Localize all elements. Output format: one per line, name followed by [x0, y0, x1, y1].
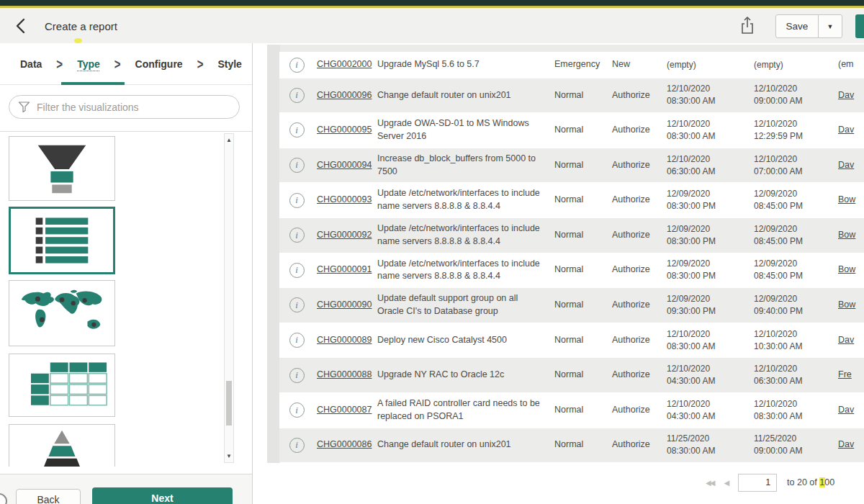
back-chevron-icon[interactable] — [13, 17, 32, 35]
priority-cell: Normal — [552, 159, 609, 172]
save-button[interactable]: Save — [775, 14, 819, 38]
end-date-cell: 12/09/2020 08:45:00 PM — [751, 258, 835, 282]
assigned-to-link[interactable]: Bow — [835, 299, 864, 312]
visualization-filter[interactable] — [9, 95, 240, 119]
table-row[interactable]: i CHG0000092 Update /etc/network/interfa… — [279, 217, 864, 253]
previous-page-icon[interactable]: ◀ — [724, 479, 728, 487]
info-icon[interactable]: i — [289, 333, 305, 348]
assigned-to-link[interactable]: (em — [835, 58, 864, 71]
wizard-steps: Data > Type > Configure > Style — [0, 43, 252, 85]
assigned-to-link[interactable]: Bow — [835, 264, 864, 276]
wizard-step[interactable]: Type > — [77, 58, 135, 70]
change-number-link[interactable]: CHG0000088 — [314, 369, 374, 382]
first-page-icon[interactable]: ◀◀ — [706, 479, 714, 487]
table-row[interactable]: i CHG0002000 Upgrade MySql 5.6 to 5.7 Em… — [279, 52, 864, 78]
filter-input[interactable] — [37, 102, 230, 113]
viz-scrollbar[interactable]: ▲ ▼ — [224, 133, 234, 463]
change-number-link[interactable]: CHG0000096 — [314, 89, 374, 102]
caret-down-icon: ▼ — [827, 23, 834, 30]
wizard-step-label[interactable]: Type — [77, 58, 100, 70]
change-number-link[interactable]: CHG0000089 — [314, 334, 374, 347]
change-number-link[interactable]: CHG0000092 — [314, 229, 374, 242]
report-header-bar: Create a report Save ▼ — [0, 8, 864, 43]
assigned-to-link[interactable]: Fre — [835, 369, 864, 382]
start-date-cell: 12/10/2020 06:30:00 AM — [664, 153, 751, 178]
end-date-cell: 12/09/2020 08:45:00 PM — [751, 223, 835, 248]
info-icon[interactable]: i — [289, 88, 305, 103]
assigned-to-link[interactable]: Dav — [835, 159, 864, 172]
table-partial-row — [280, 45, 864, 52]
viz-world-map[interactable] — [9, 280, 115, 346]
assigned-to-link[interactable]: Dav — [835, 334, 864, 347]
assigned-to-link[interactable]: Bow — [835, 194, 864, 207]
info-icon[interactable]: i — [289, 228, 305, 243]
state-cell: Authorize — [609, 334, 664, 347]
state-cell: Authorize — [609, 194, 664, 207]
change-number-link[interactable]: CHG0000090 — [314, 299, 374, 312]
change-number-link[interactable]: CHG0000087 — [314, 404, 374, 417]
table-row[interactable]: i CHG0000096 Change default router on un… — [279, 78, 864, 113]
table-row[interactable]: i CHG0000087 A failed RAID controller ca… — [279, 392, 864, 428]
table-row[interactable]: i CHG0000091 Update /etc/network/interfa… — [279, 253, 864, 288]
change-number-link[interactable]: CHG0000095 — [314, 124, 374, 137]
change-number-link[interactable]: CHG0000091 — [314, 264, 374, 276]
change-number-link[interactable]: CHG0000094 — [314, 159, 374, 172]
assigned-to-link[interactable]: Dav — [835, 89, 864, 102]
change-number-link[interactable]: CHG0000093 — [314, 194, 374, 207]
end-date-cell: 12/10/2020 06:30:00 AM — [751, 363, 835, 387]
wizard-step-label[interactable]: Data — [20, 58, 42, 70]
next-button[interactable]: Next — [92, 487, 233, 504]
table-row[interactable]: i CHG0000095 Upgrade OWA-SD-01 to MS Win… — [279, 112, 864, 148]
table-row[interactable]: i CHG0000089 Deploy new Cisco Catalyst 4… — [279, 323, 864, 358]
page-number-input[interactable] — [738, 474, 777, 492]
table-row[interactable]: i CHG0000094 Increase db_block_buffers f… — [279, 148, 864, 183]
table-row[interactable]: i CHG0000090 Update default support grou… — [279, 287, 864, 323]
assigned-to-link[interactable]: Dav — [835, 124, 864, 137]
save-dropdown-button[interactable]: ▼ — [818, 14, 842, 38]
end-date-cell: 12/10/2020 09:00:00 AM — [751, 83, 835, 107]
info-icon[interactable]: i — [289, 122, 305, 138]
info-icon[interactable]: i — [289, 402, 305, 418]
share-icon[interactable] — [739, 15, 757, 37]
viz-pyramid-chart[interactable] — [9, 424, 115, 467]
end-date-cell: 12/10/2020 07:00:00 AM — [751, 153, 835, 178]
app-window: Create a report Save ▼ Data > Type > Con… — [0, 0, 864, 504]
scroll-down-icon[interactable]: ▼ — [225, 453, 233, 459]
scrollbar-thumb[interactable] — [226, 381, 232, 426]
end-date-cell: 12/09/2020 08:45:00 PM — [751, 188, 835, 212]
wizard-step[interactable]: Data > — [20, 58, 77, 70]
visualization-list: ▲ ▼ — [0, 131, 252, 467]
assigned-to-link[interactable]: Dav — [835, 438, 864, 451]
priority-cell: Normal — [552, 404, 609, 417]
wizard-step[interactable]: Configure > — [135, 58, 218, 70]
help-icon[interactable] — [0, 493, 7, 504]
viz-list-selected[interactable] — [9, 207, 115, 274]
info-icon[interactable]: i — [289, 263, 305, 278]
chevron-right-icon: > — [114, 55, 121, 72]
back-button[interactable]: Back — [16, 489, 81, 504]
wizard-step-label[interactable]: Style — [217, 58, 241, 70]
end-date-cell: 12/09/2020 09:40:00 PM — [751, 293, 835, 318]
table-row[interactable]: i CHG0000086 Change default router on un… — [279, 428, 864, 463]
priority-cell: Normal — [552, 438, 609, 451]
info-icon[interactable]: i — [289, 368, 305, 383]
info-icon[interactable]: i — [289, 58, 305, 73]
change-number-link[interactable]: CHG0000086 — [314, 438, 374, 451]
info-icon[interactable]: i — [289, 438, 305, 453]
scroll-up-icon[interactable]: ▲ — [225, 137, 233, 143]
table-row[interactable]: i CHG0000088 Upgrade NY RAC to Oracle 12… — [279, 357, 864, 392]
wizard-step-label[interactable]: Configure — [135, 58, 183, 70]
viz-funnel-chart[interactable] — [9, 136, 115, 201]
chevron-right-icon: > — [197, 55, 204, 72]
wizard-step[interactable]: Style — [217, 58, 241, 70]
short-description-cell: A failed RAID controller card needs to b… — [374, 397, 552, 423]
assigned-to-link[interactable]: Dav — [835, 404, 864, 417]
info-icon[interactable]: i — [289, 297, 305, 312]
change-number-link[interactable]: CHG0002000 — [314, 58, 374, 71]
info-icon[interactable]: i — [289, 193, 305, 208]
edge-primary-button-sliver[interactable] — [855, 14, 864, 38]
viz-heatmap-table[interactable] — [9, 354, 115, 417]
assigned-to-link[interactable]: Bow — [835, 229, 864, 242]
info-icon[interactable]: i — [289, 158, 305, 173]
table-row[interactable]: i CHG0000093 Update /etc/network/interfa… — [279, 182, 864, 217]
